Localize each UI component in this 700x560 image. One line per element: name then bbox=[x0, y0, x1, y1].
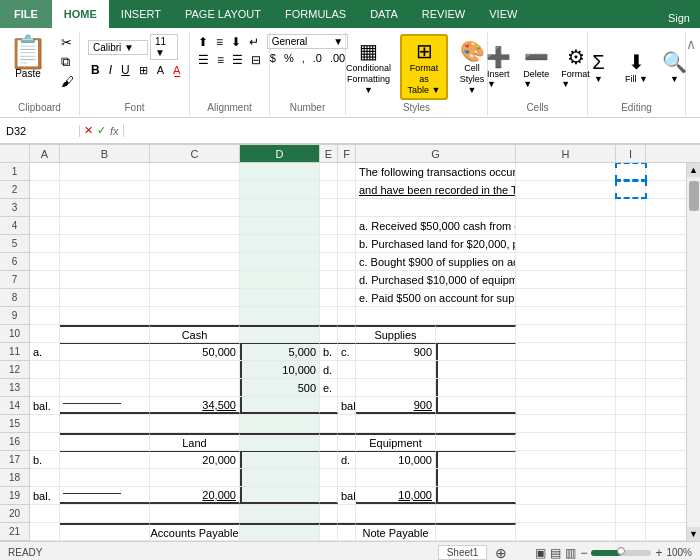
cell-D20[interactable] bbox=[240, 505, 320, 522]
cell-G12b[interactable] bbox=[436, 361, 516, 378]
cell-C1[interactable] bbox=[150, 163, 240, 180]
cell-I8[interactable] bbox=[616, 289, 646, 306]
cell-E12[interactable]: d. bbox=[320, 361, 338, 378]
cell-A4-text[interactable]: a. Received $50,000 cash from owners in … bbox=[356, 217, 516, 234]
bold-button[interactable]: B bbox=[88, 62, 103, 78]
cell-B17[interactable] bbox=[60, 451, 150, 468]
cell-C19[interactable]: 20,000 bbox=[150, 487, 240, 504]
cell-H15[interactable] bbox=[516, 415, 616, 432]
cell-C5[interactable] bbox=[150, 235, 240, 252]
cell-E18[interactable] bbox=[320, 469, 338, 486]
paste-button[interactable]: 📋 Paste bbox=[2, 34, 54, 81]
col-header-A[interactable]: A bbox=[30, 145, 60, 162]
cell-G14b[interactable] bbox=[436, 397, 516, 414]
cell-E2[interactable] bbox=[320, 181, 338, 198]
cell-G13b[interactable] bbox=[436, 379, 516, 396]
cell-F11[interactable]: c. bbox=[338, 343, 356, 360]
cell-F9[interactable] bbox=[338, 307, 356, 324]
cell-I7[interactable] bbox=[616, 271, 646, 288]
cell-G15b[interactable] bbox=[436, 415, 516, 432]
row-header-11[interactable]: 11 bbox=[0, 343, 29, 361]
cell-D14[interactable] bbox=[240, 397, 320, 414]
cell-D3[interactable] bbox=[240, 199, 320, 216]
formula-input[interactable] bbox=[124, 125, 700, 137]
delete-cells-button[interactable]: ➖ Delete▼ bbox=[518, 42, 554, 92]
cell-D15[interactable] bbox=[240, 415, 320, 432]
cell-H5[interactable] bbox=[516, 235, 616, 252]
cell-D10[interactable] bbox=[240, 325, 320, 342]
copy-button[interactable]: ⧉ bbox=[58, 53, 77, 71]
cell-D5[interactable] bbox=[240, 235, 320, 252]
tab-file[interactable]: FILE bbox=[0, 0, 52, 28]
cell-G18b[interactable] bbox=[436, 469, 516, 486]
cell-A1[interactable] bbox=[30, 163, 60, 180]
cell-I18[interactable] bbox=[616, 469, 646, 486]
italic-button[interactable]: I bbox=[106, 62, 115, 78]
cell-E21[interactable] bbox=[320, 523, 338, 540]
zoom-out-button[interactable]: − bbox=[580, 546, 587, 560]
cell-A2[interactable] bbox=[30, 181, 60, 198]
cell-C13[interactable] bbox=[150, 379, 240, 396]
cell-I19[interactable] bbox=[616, 487, 646, 504]
cell-C14[interactable]: 34,500 bbox=[150, 397, 240, 414]
format-painter-button[interactable]: 🖌 bbox=[58, 73, 77, 90]
row-header-20[interactable]: 20 bbox=[0, 505, 29, 523]
row-header-7[interactable]: 7 bbox=[0, 271, 29, 289]
cell-B6[interactable] bbox=[60, 253, 150, 270]
tab-review[interactable]: REVIEW bbox=[410, 0, 477, 28]
cell-G14[interactable]: 900 bbox=[356, 397, 436, 414]
cell-B4[interactable] bbox=[60, 217, 150, 234]
cell-D16[interactable] bbox=[240, 433, 320, 450]
cell-H21[interactable] bbox=[516, 523, 616, 540]
cell-G16b[interactable] bbox=[436, 433, 516, 450]
cell-A17[interactable]: b. bbox=[30, 451, 60, 468]
name-box[interactable]: D32 bbox=[0, 125, 80, 137]
tab-data[interactable]: DATA bbox=[358, 0, 410, 28]
col-header-H[interactable]: H bbox=[516, 145, 616, 162]
col-header-D[interactable]: D bbox=[240, 145, 320, 162]
row-header-1[interactable]: 1 bbox=[0, 163, 29, 181]
cell-E19[interactable] bbox=[320, 487, 338, 504]
cell-A19[interactable]: bal. bbox=[30, 487, 60, 504]
cell-G21[interactable]: Note Payable bbox=[356, 523, 436, 540]
cell-G19b[interactable] bbox=[436, 487, 516, 504]
cell-G18[interactable] bbox=[356, 469, 436, 486]
cell-I1[interactable] bbox=[616, 163, 646, 180]
normal-view-button[interactable]: ▣ bbox=[535, 546, 546, 560]
row-header-12[interactable]: 12 bbox=[0, 361, 29, 379]
cell-A13[interactable] bbox=[30, 379, 60, 396]
fill-button[interactable]: ⬇ Fill ▼ bbox=[618, 47, 654, 87]
cell-G11b[interactable] bbox=[436, 343, 516, 360]
row-header-21[interactable]: 21 bbox=[0, 523, 29, 541]
cell-D12[interactable]: 10,000 bbox=[240, 361, 320, 378]
cell-B9[interactable] bbox=[60, 307, 150, 324]
row-header-13[interactable]: 13 bbox=[0, 379, 29, 397]
cell-G11[interactable]: 900 bbox=[356, 343, 436, 360]
cell-B12[interactable] bbox=[60, 361, 150, 378]
cell-A18[interactable] bbox=[30, 469, 60, 486]
col-header-F[interactable]: F bbox=[338, 145, 356, 162]
align-middle-button[interactable]: ≡ bbox=[213, 34, 226, 50]
cell-A11[interactable]: a. bbox=[30, 343, 60, 360]
fill-color-button[interactable]: A bbox=[154, 63, 167, 77]
cell-E13[interactable]: e. bbox=[320, 379, 338, 396]
zoom-slider[interactable] bbox=[591, 550, 651, 556]
cell-G10b[interactable] bbox=[436, 325, 516, 342]
cell-C15[interactable] bbox=[150, 415, 240, 432]
cell-A3[interactable] bbox=[30, 199, 60, 216]
cell-H17[interactable] bbox=[516, 451, 616, 468]
cell-B21[interactable] bbox=[60, 523, 150, 540]
cell-A5-text[interactable]: b. Purchased land for $20,000, paid $5,0… bbox=[356, 235, 516, 252]
cell-F1[interactable] bbox=[338, 163, 356, 180]
cell-D13[interactable]: 500 bbox=[240, 379, 320, 396]
cell-B3[interactable] bbox=[60, 199, 150, 216]
cell-H19[interactable] bbox=[516, 487, 616, 504]
cell-B18[interactable] bbox=[60, 469, 150, 486]
align-center-button[interactable]: ≡ bbox=[214, 52, 227, 68]
cell-H8[interactable] bbox=[516, 289, 616, 306]
cell-I6[interactable] bbox=[616, 253, 646, 270]
row-header-5[interactable]: 5 bbox=[0, 235, 29, 253]
cell-E15[interactable] bbox=[320, 415, 338, 432]
cell-G19[interactable]: 10,000 bbox=[356, 487, 436, 504]
wrap-text-button[interactable]: ↵ bbox=[246, 34, 262, 50]
